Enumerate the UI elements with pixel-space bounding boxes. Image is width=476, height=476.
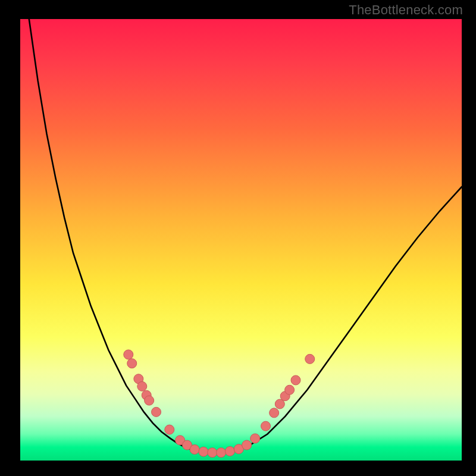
- curve-marker: [305, 354, 315, 364]
- plot-area: [20, 19, 462, 461]
- bottleneck-curve: [20, 19, 462, 452]
- curve-layer: [20, 19, 462, 461]
- curve-marker: [291, 375, 300, 385]
- chart-frame: TheBottleneck.com: [0, 0, 476, 476]
- curve-marker: [152, 407, 161, 416]
- curve-marker: [127, 359, 137, 368]
- curve-markers: [124, 350, 315, 458]
- curve-marker: [137, 381, 147, 391]
- curve-marker: [217, 448, 226, 458]
- curve-marker: [270, 408, 279, 418]
- curve-marker: [124, 350, 133, 359]
- curve-marker: [165, 425, 174, 434]
- curve-marker: [250, 434, 260, 443]
- curve-marker: [190, 444, 199, 454]
- curve-marker: [225, 446, 234, 456]
- curve-marker: [199, 447, 208, 456]
- curve-marker: [145, 396, 154, 405]
- curve-marker: [285, 385, 295, 394]
- watermark-text: TheBottleneck.com: [349, 2, 463, 18]
- curve-marker: [261, 421, 271, 431]
- curve-marker: [208, 448, 217, 458]
- curve-marker: [242, 440, 252, 450]
